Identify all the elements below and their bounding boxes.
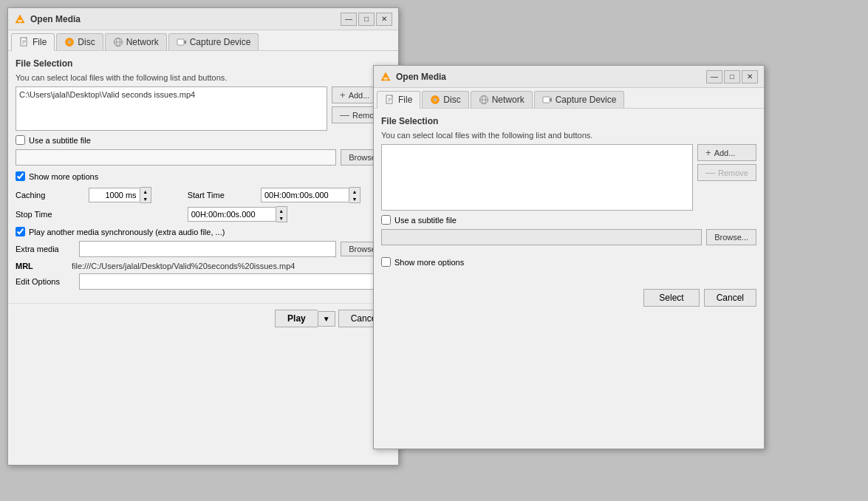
select-button-2[interactable]: Select (643, 289, 699, 307)
show-more-row-2: Show more options (381, 257, 756, 267)
svg-point-24 (435, 99, 437, 100)
start-time-arrows-1: ▲ ▼ (349, 187, 360, 203)
mrl-label-1: MRL (16, 262, 67, 270)
caching-down-1[interactable]: ▼ (140, 195, 151, 202)
stop-time-down-1[interactable]: ▼ (276, 214, 287, 222)
svg-rect-3 (21, 38, 27, 46)
close-button-2[interactable]: ✕ (742, 70, 758, 84)
caching-up-1[interactable]: ▲ (140, 188, 151, 195)
start-time-down-1[interactable]: ▼ (349, 195, 360, 202)
start-time-input-1[interactable] (261, 188, 349, 202)
minimize-button-2[interactable]: — (706, 70, 722, 84)
add-button-2[interactable]: + Add... (697, 144, 756, 161)
extra-media-input-1[interactable] (79, 241, 336, 257)
tab-disc-label-2: Disc (443, 95, 460, 105)
content-2: File Selection You can select local file… (374, 109, 764, 280)
titlebar-title-1: Open Media (30, 14, 341, 24)
caching-input-1[interactable] (89, 188, 140, 202)
disc-tab-icon-1 (64, 37, 75, 47)
caching-label-1: Caching (16, 191, 83, 200)
subtitle-checkbox-label-2: Use a subtitle file (394, 216, 457, 225)
close-button-1[interactable]: ✕ (376, 13, 392, 26)
show-more-row-1: Show more options (16, 171, 391, 181)
maximize-button-2[interactable]: □ (724, 70, 740, 84)
vlc-icon-1 (14, 13, 26, 25)
tab-network-1[interactable]: Network (105, 33, 167, 50)
subtitle-input-1[interactable] (16, 149, 336, 166)
file-list-buttons-2: + Add... — Remove (697, 144, 756, 211)
tab-disc-2[interactable]: Disc (422, 91, 468, 108)
stop-time-label-1: Stop Time (16, 210, 83, 219)
show-more-label-1: Show more options (29, 172, 98, 181)
stop-time-input-row-1: ▲ ▼ (188, 206, 391, 222)
maximize-button-1[interactable]: □ (358, 13, 375, 26)
tab-file-2[interactable]: File (377, 91, 420, 109)
add-icon-2: + (705, 147, 711, 158)
subtitle-checkbox-row-1: Use a subtitle file (16, 135, 391, 145)
file-list-2[interactable] (381, 144, 693, 211)
show-more-checkbox-1[interactable] (16, 171, 25, 181)
titlebar-controls-1: — □ ✕ (341, 13, 392, 26)
play-sync-row-1: Play another media synchronously (extra … (16, 227, 391, 236)
remove-icon-1: — (340, 109, 349, 120)
subtitle-checkbox-1[interactable] (16, 135, 25, 145)
play-button-1[interactable]: Play (275, 310, 318, 327)
svg-rect-16 (383, 78, 388, 79)
tab-disc-label-1: Disc (78, 37, 95, 47)
select-cancel-row-2: Select Cancel (374, 283, 764, 313)
titlebar-1: Open Media — □ ✕ (8, 8, 398, 30)
svg-rect-13 (177, 39, 184, 45)
file-list-1[interactable]: C:\Users\jalal\Desktop\Valid seconds iss… (16, 86, 327, 131)
svg-marker-29 (550, 98, 552, 102)
bottom-buttons-1: Play ▼ Cancel (8, 303, 398, 333)
tab-file-1[interactable]: File (11, 33, 55, 51)
remove-icon-2: — (705, 167, 715, 178)
caching-arrows-1: ▲ ▼ (140, 187, 151, 203)
file-list-row-1: C:\Users\jalal\Desktop\Valid seconds iss… (16, 86, 391, 131)
tab-file-label-1: File (33, 37, 47, 47)
subtitle-checkbox-2[interactable] (381, 215, 391, 225)
subtitle-row-2: Browse... (381, 229, 756, 245)
svg-point-9 (69, 41, 71, 43)
file-selection-desc-2: You can select local files with the foll… (381, 131, 756, 140)
titlebar-title-2: Open Media (396, 72, 706, 82)
tab-capture-label-1: Capture Device (190, 37, 251, 47)
svg-rect-17 (384, 79, 387, 81)
tab-network-label-1: Network (126, 37, 159, 47)
show-more-checkbox-2[interactable] (381, 257, 391, 267)
start-time-label-1: Start Time (188, 191, 255, 200)
stop-time-up-1[interactable]: ▲ (276, 207, 287, 214)
play-sync-checkbox-1[interactable] (16, 227, 25, 236)
tab-capture-2[interactable]: Capture Device (534, 91, 625, 108)
svg-rect-2 (18, 21, 21, 23)
window-1: Open Media — □ ✕ File Disc (7, 7, 399, 466)
cancel-button-2[interactable]: Cancel (704, 289, 756, 307)
add-icon-1: + (340, 89, 346, 100)
start-time-up-1[interactable]: ▲ (349, 188, 360, 195)
options-grid-1: Caching 1000 ms ▲ ▼ Start Time ▲ ▼ Stop … (16, 187, 391, 222)
titlebar-controls-2: — □ ✕ (706, 70, 758, 84)
play-button-group-1: Play ▼ (275, 310, 335, 327)
window-2: Open Media — □ ✕ File Disc (373, 65, 765, 449)
tab-network-2[interactable]: Network (471, 91, 533, 108)
tab-disc-1[interactable]: Disc (56, 33, 103, 50)
edit-options-input-1[interactable] (79, 273, 391, 290)
subtitle-browse-button-2[interactable]: Browse... (706, 229, 756, 245)
file-selection-title-1: File Selection (16, 58, 391, 69)
subtitle-input-2[interactable] (381, 229, 702, 245)
file-selection-section-2: File Selection You can select local file… (381, 116, 756, 211)
svg-rect-1 (18, 20, 22, 21)
tab-capture-1[interactable]: Capture Device (168, 33, 259, 50)
stop-time-input-1[interactable] (188, 207, 276, 222)
file-tab-icon-2 (385, 95, 395, 105)
minimize-button-1[interactable]: — (341, 13, 357, 26)
file-path-1: C:\Users\jalal\Desktop\Valid seconds iss… (19, 90, 195, 99)
remove-button-2[interactable]: — Remove (697, 164, 756, 181)
play-sync-label-1: Play another media synchronously (extra … (29, 228, 225, 236)
play-dropdown-1[interactable]: ▼ (318, 311, 335, 327)
file-selection-desc-1: You can select local files with the foll… (16, 73, 391, 82)
titlebar-2: Open Media — □ ✕ (374, 66, 764, 88)
stop-time-arrows-1: ▲ ▼ (276, 206, 287, 222)
tabs-2: File Disc Network Capture Device (374, 88, 764, 109)
file-selection-section-1: File Selection You can select local file… (16, 58, 391, 131)
